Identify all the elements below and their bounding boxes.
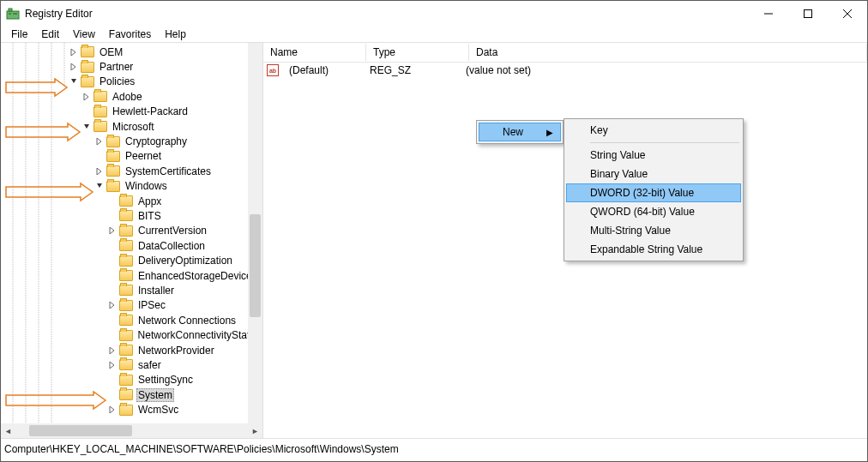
chevron-right-icon[interactable]	[107, 300, 118, 310]
svg-rect-3	[13, 13, 17, 15]
tree-node[interactable]: SystemCertificates	[1, 164, 262, 178]
menu-file[interactable]: File	[4, 27, 34, 42]
menu-item-binary-value[interactable]: Binary Value	[566, 165, 741, 183]
column-name[interactable]: Name	[263, 44, 366, 61]
tree-node[interactable]: DataCollection	[1, 238, 262, 253]
tree-node[interactable]: Policies	[1, 75, 262, 89]
tree-node[interactable]: Partner	[1, 59, 262, 74]
chevron-down-icon[interactable]	[81, 122, 92, 132]
menu-favorites[interactable]: Favorites	[102, 27, 158, 42]
menu-item-label: Multi-String Value	[590, 225, 671, 237]
context-submenu-new: Key String Value Binary Value DWORD (32-…	[564, 118, 744, 261]
tree-node[interactable]: BITS	[1, 208, 262, 223]
chevron-none	[107, 330, 118, 340]
values-list-pane: Name Type Data ab (Default) REG_SZ (valu…	[263, 43, 867, 438]
chevron-none	[94, 151, 105, 161]
tree-node[interactable]: Peernet	[1, 149, 262, 164]
tree-node[interactable]: Cryptography	[1, 134, 262, 148]
menu-item-qword-value[interactable]: QWORD (64-bit) Value	[566, 202, 741, 221]
close-button[interactable]	[828, 1, 867, 27]
tree-node[interactable]: EnhancedStorageDevices	[1, 268, 262, 283]
folder-icon	[106, 136, 120, 147]
tree-node[interactable]: WcmSvc	[1, 402, 262, 417]
chevron-none	[107, 196, 118, 207]
tree-node-label: Cryptography	[124, 135, 189, 147]
tree-node[interactable]: SettingSync	[1, 373, 262, 387]
folder-icon	[81, 62, 94, 73]
tree-node[interactable]: NetworkConnectivityStatus	[1, 327, 262, 342]
tree-node-label: OEM	[98, 46, 124, 58]
folder-icon	[119, 240, 133, 251]
menu-item-multi-string-value[interactable]: Multi-String Value	[566, 221, 741, 240]
menu-item-expandable-string-value[interactable]: Expandable String Value	[566, 240, 741, 259]
tree-node[interactable]: NetworkProvider	[1, 343, 262, 357]
tree-node[interactable]: IPSec	[1, 298, 262, 313]
chevron-right-icon[interactable]	[107, 405, 118, 415]
window-controls	[749, 1, 867, 27]
chevron-right-icon[interactable]	[107, 345, 118, 356]
tree-node-label: Hewlett-Packard	[111, 105, 190, 117]
folder-icon	[106, 165, 120, 177]
tree-horizontal-scrollbar[interactable]: ◄►	[1, 423, 262, 438]
tree-node[interactable]: Adobe	[1, 89, 262, 104]
menu-item-label: Key	[590, 124, 608, 136]
column-data[interactable]: Data	[469, 44, 867, 61]
menu-item-dword-value[interactable]: DWORD (32-bit) Value	[566, 183, 741, 202]
menu-separator	[590, 142, 739, 143]
tree-node[interactable]: Network Connections	[1, 313, 262, 327]
svg-rect-2	[9, 13, 11, 15]
tree-node-label: WcmSvc	[136, 404, 180, 416]
chevron-right-icon[interactable]	[69, 62, 79, 72]
tree-node[interactable]: Installer	[1, 283, 262, 297]
list-row[interactable]: ab (Default) REG_SZ (value not set)	[263, 63, 867, 78]
tree-node[interactable]: Windows	[1, 179, 262, 194]
tree-node-label: System	[136, 388, 174, 402]
folder-icon	[119, 195, 133, 207]
chevron-down-icon[interactable]	[69, 76, 79, 87]
tree-node-label: Peernet	[124, 150, 163, 162]
folder-icon	[119, 375, 133, 386]
tree-node-label: Windows	[124, 180, 169, 192]
menu-item-new[interactable]: New ▶	[479, 123, 561, 141]
tree-node[interactable]: Microsoft	[1, 119, 262, 134]
tree-vertical-scrollbar[interactable]	[248, 43, 262, 423]
tree-node[interactable]: Hewlett-Packard	[1, 105, 262, 119]
tree-node[interactable]: Appx	[1, 194, 262, 208]
chevron-down-icon[interactable]	[94, 181, 105, 191]
chevron-right-icon[interactable]	[94, 136, 105, 147]
menu-view[interactable]: View	[66, 27, 102, 42]
folder-icon	[119, 270, 133, 281]
titlebar: Registry Editor	[1, 1, 867, 27]
tree-node[interactable]: safer	[1, 357, 262, 372]
tree-node[interactable]: System	[1, 387, 262, 402]
menu-item-label: DWORD (32-bit) Value	[590, 187, 694, 199]
column-type[interactable]: Type	[366, 44, 469, 61]
folder-icon	[119, 345, 133, 356]
menu-help[interactable]: Help	[158, 27, 193, 42]
tree-node[interactable]: DeliveryOptimization	[1, 253, 262, 267]
menu-item-key[interactable]: Key	[566, 121, 741, 140]
folder-icon	[93, 121, 107, 132]
chevron-right-icon[interactable]	[94, 166, 105, 177]
status-path: Computer\HKEY_LOCAL_MACHINE\SOFTWARE\Pol…	[4, 443, 399, 455]
maximize-button[interactable]	[788, 1, 828, 27]
tree-node-label: Adobe	[111, 91, 144, 103]
registry-tree[interactable]: OEMPartnerPoliciesAdobeHewlett-PackardMi…	[1, 43, 262, 417]
chevron-right-icon[interactable]	[69, 47, 79, 57]
tree-node-label: Partner	[98, 61, 135, 73]
folder-icon	[119, 285, 133, 296]
chevron-right-icon[interactable]	[107, 225, 118, 236]
menu-item-label: String Value	[590, 149, 645, 161]
folder-icon	[119, 389, 133, 400]
menu-item-label: Binary Value	[590, 168, 648, 180]
folder-icon	[119, 405, 133, 416]
tree-node[interactable]: OEM	[1, 45, 262, 59]
chevron-none	[107, 285, 118, 296]
chevron-right-icon[interactable]	[81, 92, 92, 102]
tree-node[interactable]: CurrentVersion	[1, 224, 262, 238]
menu-edit[interactable]: Edit	[34, 27, 66, 42]
chevron-right-icon[interactable]	[107, 360, 118, 370]
minimize-button[interactable]	[749, 1, 788, 27]
folder-icon	[119, 255, 133, 267]
menu-item-string-value[interactable]: String Value	[566, 146, 741, 165]
